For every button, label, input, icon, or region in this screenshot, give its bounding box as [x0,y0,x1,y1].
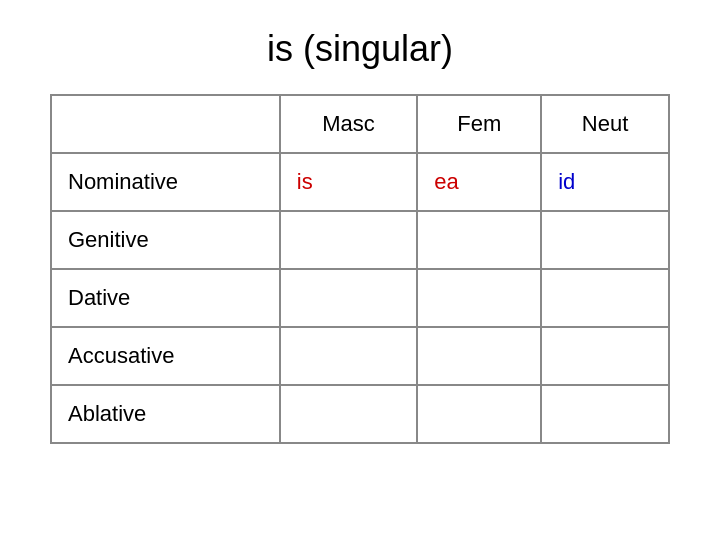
table-row: Ablative [51,385,669,443]
cell-dative-masc [280,269,417,327]
cell-ablative-fem [417,385,541,443]
header-empty [51,95,280,153]
table-header-row: Masc Fem Neut [51,95,669,153]
value-nominative-masc: is [297,169,313,194]
page-title: is (singular) [267,28,453,70]
cell-genitive-fem [417,211,541,269]
cell-ablative-neut [541,385,669,443]
cell-accusative-masc [280,327,417,385]
cell-dative-fem [417,269,541,327]
value-nominative-fem: ea [434,169,458,194]
header-neut: Neut [541,95,669,153]
row-label-ablative: Ablative [51,385,280,443]
table-wrapper: Masc Fem Neut Nominative is ea id Geniti… [50,94,670,444]
table-row: Genitive [51,211,669,269]
table-row: Accusative [51,327,669,385]
cell-genitive-neut [541,211,669,269]
header-masc: Masc [280,95,417,153]
value-nominative-neut: id [558,169,575,194]
table-row: Nominative is ea id [51,153,669,211]
cell-genitive-masc [280,211,417,269]
cell-accusative-neut [541,327,669,385]
cell-nominative-masc: is [280,153,417,211]
header-fem: Fem [417,95,541,153]
declension-table: Masc Fem Neut Nominative is ea id Geniti… [50,94,670,444]
row-label-genitive: Genitive [51,211,280,269]
cell-nominative-fem: ea [417,153,541,211]
row-label-dative: Dative [51,269,280,327]
cell-dative-neut [541,269,669,327]
cell-accusative-fem [417,327,541,385]
row-label-nominative: Nominative [51,153,280,211]
cell-nominative-neut: id [541,153,669,211]
row-label-accusative: Accusative [51,327,280,385]
cell-ablative-masc [280,385,417,443]
table-row: Dative [51,269,669,327]
